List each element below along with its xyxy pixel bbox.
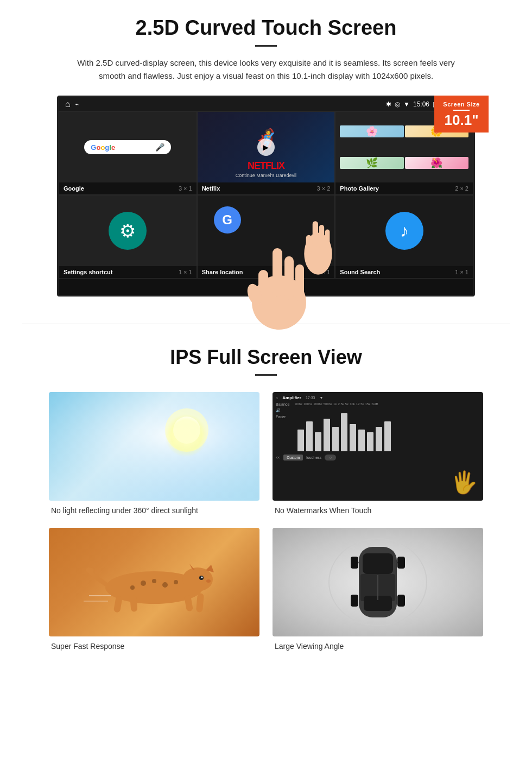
cheetah-label: Super Fast Response [49, 642, 259, 651]
amp-toggle[interactable]: ○ [325, 455, 336, 460]
car-label: Large Viewing Angle [273, 642, 483, 651]
amp-bottom-bar: << Custom loudness ○ [276, 455, 480, 460]
amp-wifi: ▼ [319, 396, 323, 400]
feature-cheetah: Super Fast Response [49, 528, 259, 651]
eq-bar-1 [297, 430, 304, 451]
sunlight-label: No light reflecting under 360° direct su… [49, 506, 259, 515]
svg-point-25 [174, 580, 178, 584]
status-bar: ⌂ ⌁ ✱ ◎ ▼ 15:06 ◫ ◁) ⊠ ▭ [59, 97, 473, 111]
gallery-app-size: 2 × 2 [455, 185, 468, 192]
eq-bar-9 [367, 432, 373, 451]
eq-bar-5 [332, 427, 339, 451]
gallery-photo-4: 🌺 [405, 157, 468, 169]
section-ips-screen: IPS Full Screen View [0, 340, 532, 667]
eq-bar-6 [341, 413, 347, 451]
cheetah-svg [73, 544, 236, 620]
settings-app-name: Settings shortcut [64, 269, 112, 275]
music-app-size: 1 × 1 [455, 269, 468, 275]
app-cell-netflix[interactable]: 🦸 ▶ NETFLIX Continue Marvel's Daredevil … [197, 111, 335, 195]
car-image [273, 528, 483, 636]
eq-bar-10 [376, 427, 382, 451]
settings-icon-wrap: ⚙ [109, 212, 147, 250]
sun-glow [164, 414, 208, 457]
sunlight-image [49, 392, 259, 501]
gallery-label: Photo Gallery 2 × 2 [335, 182, 473, 194]
amp-home-icon: ⌂ [276, 396, 278, 400]
cheetah-image [49, 528, 259, 636]
car-svg [324, 536, 432, 628]
svg-rect-27 [196, 593, 204, 613]
bluetooth-icon: ✱ [386, 100, 391, 108]
eq-bar-2 [306, 421, 313, 451]
page-indicator [59, 279, 473, 295]
svg-rect-1 [313, 221, 318, 247]
svg-point-21 [141, 581, 146, 586]
play-button[interactable]: ▶ [257, 138, 275, 156]
svg-point-24 [130, 585, 135, 590]
google-label: Google 3 × 1 [59, 182, 197, 194]
feature-sunlight: No light reflecting under 360° direct su… [49, 392, 259, 515]
eq-bars [295, 408, 480, 451]
share-app-name: Share location [202, 269, 243, 275]
eq-bar-7 [350, 424, 356, 451]
dot-3 [272, 286, 275, 289]
amp-custom-btn[interactable]: Custom [283, 455, 303, 460]
app-cell-music[interactable]: ♪ Sound Search 1 × 1 [335, 195, 473, 279]
svg-point-20 [206, 579, 211, 583]
time-display: 15:06 [413, 100, 429, 108]
wifi-icon: ▼ [403, 100, 410, 108]
amp-speaker-icon: 🔊 [276, 408, 293, 413]
section2-title: IPS Full Screen View [33, 346, 499, 369]
music-app-name: Sound Search [340, 269, 380, 275]
amp-back-btn[interactable]: << [276, 456, 280, 459]
dot-1 [257, 286, 260, 289]
settings-app-size: 1 × 1 [179, 269, 192, 275]
app-cell-google[interactable]: Google 🎤 Google 3 × 1 [59, 111, 197, 195]
maps-icon: G [214, 206, 241, 234]
amplifier-image: ⌂ Amplifier 17:33 ▼ Balance 🔊 Fader [273, 392, 483, 501]
location-icon: ◎ [395, 100, 400, 108]
cheetah-visual [49, 528, 259, 636]
eq-bar-8 [358, 430, 365, 451]
svg-rect-3 [325, 230, 330, 249]
hand-on-screen: 🖐 [451, 470, 478, 495]
screen-size-badge: Screen Size 10.1" [434, 96, 489, 133]
hand-pointer-icon [296, 212, 340, 277]
netflix-bg: 🦸 ▶ NETFLIX Continue Marvel's Daredevil [198, 112, 335, 182]
amp-bars-area: 60hz100hz 200hz500hz 1k2.5k 5k10k 12.5k1… [295, 402, 480, 451]
gallery-photo-3: 🌿 [340, 157, 403, 169]
section1-title: 2.5D Curved Touch Screen [33, 16, 499, 40]
svg-point-19 [201, 577, 203, 578]
amp-labels-side: Balance 🔊 Fader [276, 402, 293, 419]
amp-balance-label: Balance [276, 402, 293, 406]
music-thumb: ♪ [335, 195, 473, 266]
app-cell-share[interactable]: G Share location 1 × 1 [197, 195, 335, 279]
home-icon[interactable]: ⌂ [65, 99, 71, 109]
svg-rect-42 [397, 595, 405, 607]
title-underline [255, 45, 277, 47]
svg-point-22 [152, 579, 156, 583]
music-icon-wrap: ♪ [385, 212, 423, 250]
google-logo: Google [91, 143, 115, 152]
feature-grid: No light reflecting under 360° direct su… [33, 392, 499, 651]
app-cell-settings[interactable]: ⚙ Settings shortcut 1 × 1 [59, 195, 197, 279]
netflix-app-size: 3 × 2 [317, 185, 331, 192]
svg-rect-40 [397, 557, 405, 569]
amplifier-label: No Watermarks When Touch [273, 506, 483, 515]
svg-rect-34 [363, 553, 393, 574]
feature-car: Large Viewing Angle [273, 528, 483, 651]
usb-icon: ⌁ [75, 100, 79, 108]
section-divider [22, 324, 510, 324]
svg-rect-28 [113, 596, 123, 613]
google-search-bar[interactable]: Google 🎤 [84, 140, 171, 154]
svg-rect-11 [49, 392, 259, 501]
svg-rect-39 [351, 557, 358, 569]
svg-point-15 [182, 567, 213, 591]
svg-rect-41 [351, 595, 358, 607]
section2-underline [255, 374, 277, 376]
badge-size-value: 10.1" [442, 113, 481, 127]
amp-time: 17:33 [306, 396, 315, 400]
device-screen: ⌂ ⌁ ✱ ◎ ▼ 15:06 ◫ ◁) ⊠ ▭ [57, 96, 475, 297]
share-thumb: G [198, 195, 335, 266]
amp-title: Amplifier [282, 395, 301, 400]
